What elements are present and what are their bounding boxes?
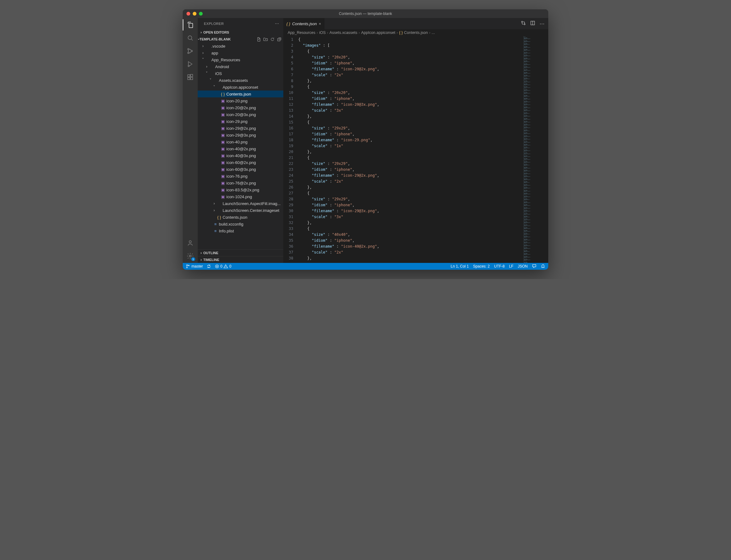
- json-file-icon: { }: [216, 215, 222, 220]
- file-row[interactable]: ▣icon-20@3x.png: [198, 111, 283, 118]
- collapse-all-icon[interactable]: [277, 37, 281, 42]
- chevron-right-icon: ›: [199, 251, 203, 255]
- close-window[interactable]: [186, 12, 190, 16]
- file-row[interactable]: ▣icon-60@2x.png: [198, 159, 283, 166]
- folder-row[interactable]: ˅Assets.xcassets: [198, 77, 283, 84]
- minimize-window[interactable]: [193, 12, 196, 16]
- code-content[interactable]: { "images" : [ { "size" : "20x20", "idio…: [298, 36, 523, 263]
- folder-row[interactable]: ›LaunchScreen.Center.imageset: [198, 207, 283, 214]
- folder-row[interactable]: ˅AppIcon.appiconset: [198, 84, 283, 91]
- sync-icon[interactable]: [207, 264, 211, 268]
- settings-gear-icon[interactable]: 1: [186, 252, 194, 260]
- chevron-right-icon: ›: [199, 258, 203, 262]
- minimap[interactable]: { "images":[ { "size":"20x20", "idiom":"…: [523, 36, 548, 263]
- breadcrumbs[interactable]: App_Resources›iOS›Assets.xcassets›AppIco…: [283, 29, 548, 36]
- tree-item-label: icon-20@2x.png: [226, 105, 256, 110]
- folder-row[interactable]: ›app: [198, 49, 283, 56]
- file-row[interactable]: ≡Info.plist: [198, 227, 283, 234]
- language-mode[interactable]: JSON: [518, 264, 528, 268]
- tree-item-label: app: [211, 51, 218, 55]
- file-row[interactable]: ▣icon-40@3x.png: [198, 152, 283, 159]
- titlebar: Contents.json — template-blank: [183, 9, 548, 18]
- folder-row[interactable]: ›.vscode: [198, 43, 283, 49]
- file-row[interactable]: ▣icon-76@2x.png: [198, 180, 283, 186]
- file-row[interactable]: { }Contents.json: [198, 91, 283, 97]
- compare-changes-icon[interactable]: [521, 21, 526, 27]
- tree-item-label: icon-20@3x.png: [226, 112, 256, 117]
- tree-item-label: icon-29.png: [226, 119, 247, 124]
- file-row[interactable]: ▣icon-40@2x.png: [198, 145, 283, 152]
- project-heading[interactable]: › TEMPLATE-BLANK: [198, 36, 283, 43]
- problems[interactable]: 0 0: [215, 264, 231, 268]
- tree-item-label: LaunchScreen.Center.imageset: [222, 208, 279, 213]
- breadcrumb-item[interactable]: App_Resources: [288, 30, 315, 35]
- svg-point-0: [188, 36, 192, 40]
- tree-item-label: icon-83.5@2x.png: [226, 188, 259, 192]
- image-file-icon: ▣: [220, 119, 226, 124]
- file-row[interactable]: ▣icon-29@2x.png: [198, 125, 283, 132]
- file-row[interactable]: ≡build.xcconfig: [198, 221, 283, 227]
- indentation[interactable]: Spaces: 2: [473, 264, 490, 268]
- svg-rect-6: [188, 77, 190, 80]
- file-row[interactable]: ▣icon-29@3x.png: [198, 132, 283, 138]
- code-editor[interactable]: 1234567891011121314151617181920212223242…: [283, 36, 548, 263]
- image-file-icon: ▣: [220, 99, 226, 103]
- activity-bar: 1: [183, 18, 198, 263]
- outline-heading[interactable]: › OUTLINE: [198, 249, 283, 256]
- explorer-icon[interactable]: [186, 21, 194, 29]
- folder-row[interactable]: ›LaunchScreen.AspectFill.imag...: [198, 200, 283, 207]
- file-row[interactable]: ▣icon-60@3x.png: [198, 166, 283, 173]
- encoding[interactable]: UTF-8: [494, 264, 505, 268]
- file-row[interactable]: ▣icon-76.png: [198, 173, 283, 180]
- file-row[interactable]: ▣icon-20@2x.png: [198, 104, 283, 111]
- breadcrumb-item[interactable]: iOS: [319, 30, 326, 35]
- status-bar: master 0 0 Ln 1, Col 1 Spaces: 2 UTF-8 L…: [183, 263, 548, 270]
- source-control-icon[interactable]: [186, 47, 194, 55]
- sidebar: EXPLORER ⋯ › OPEN EDITORS › TEMPLATE-BLA…: [198, 18, 283, 263]
- accounts-icon[interactable]: [186, 239, 194, 247]
- open-editors-heading[interactable]: › OPEN EDITORS: [198, 29, 283, 36]
- editor-area: { } Contents.json × ⋯ App_Resources›iOS›…: [283, 18, 548, 263]
- project-label: TEMPLATE-BLANK: [199, 37, 231, 41]
- tree-item-label: icon-60@2x.png: [226, 160, 256, 165]
- file-row[interactable]: ▣icon-1024.png: [198, 193, 283, 200]
- chevron-down-icon: ˅: [204, 71, 209, 76]
- image-file-icon: ▣: [220, 126, 226, 131]
- cursor-position[interactable]: Ln 1, Col 1: [451, 264, 469, 268]
- tree-item-label: icon-76.png: [226, 174, 247, 179]
- breadcrumb-item[interactable]: AppIcon.appiconset: [361, 30, 396, 35]
- file-row[interactable]: ▣icon-29.png: [198, 118, 283, 125]
- breadcrumb-item[interactable]: { }Contents.json: [399, 30, 428, 35]
- split-editor-icon[interactable]: [530, 21, 535, 27]
- extensions-icon[interactable]: [186, 73, 194, 81]
- breadcrumb-item[interactable]: Assets.xcassets: [329, 30, 357, 35]
- close-tab-icon[interactable]: ×: [319, 21, 321, 26]
- sidebar-more-icon[interactable]: ⋯: [275, 21, 279, 26]
- file-row[interactable]: { }Contents.json: [198, 214, 283, 221]
- tree-item-label: icon-1024.png: [226, 194, 252, 199]
- eol[interactable]: LF: [509, 264, 513, 268]
- timeline-heading[interactable]: › TIMELINE: [198, 256, 283, 263]
- zoom-window[interactable]: [199, 12, 203, 16]
- file-row[interactable]: ▣icon-40.png: [198, 138, 283, 145]
- notifications-icon[interactable]: [541, 264, 545, 269]
- breadcrumb-item[interactable]: ...: [432, 30, 435, 35]
- folder-row[interactable]: ˅App_Resources: [198, 56, 283, 63]
- file-row[interactable]: ▣icon-20.png: [198, 97, 283, 104]
- search-icon[interactable]: [186, 34, 194, 42]
- file-row[interactable]: ▣icon-83.5@2x.png: [198, 186, 283, 193]
- sidebar-title-row: EXPLORER ⋯: [198, 18, 283, 29]
- folder-row[interactable]: ›Android: [198, 63, 283, 70]
- new-folder-icon[interactable]: [263, 37, 268, 42]
- editor-more-icon[interactable]: ⋯: [540, 21, 545, 27]
- feedback-icon[interactable]: [532, 264, 537, 269]
- folder-row[interactable]: ˅iOS: [198, 70, 283, 77]
- image-file-icon: ▣: [220, 105, 226, 110]
- refresh-icon[interactable]: [270, 37, 274, 42]
- tab-contents-json[interactable]: { } Contents.json ×: [283, 18, 324, 29]
- git-branch[interactable]: master: [186, 264, 203, 268]
- json-file-icon: { }: [220, 92, 226, 96]
- run-debug-icon[interactable]: [186, 60, 194, 68]
- tree-item-label: build.xcconfig: [219, 222, 243, 226]
- new-file-icon[interactable]: [256, 37, 261, 42]
